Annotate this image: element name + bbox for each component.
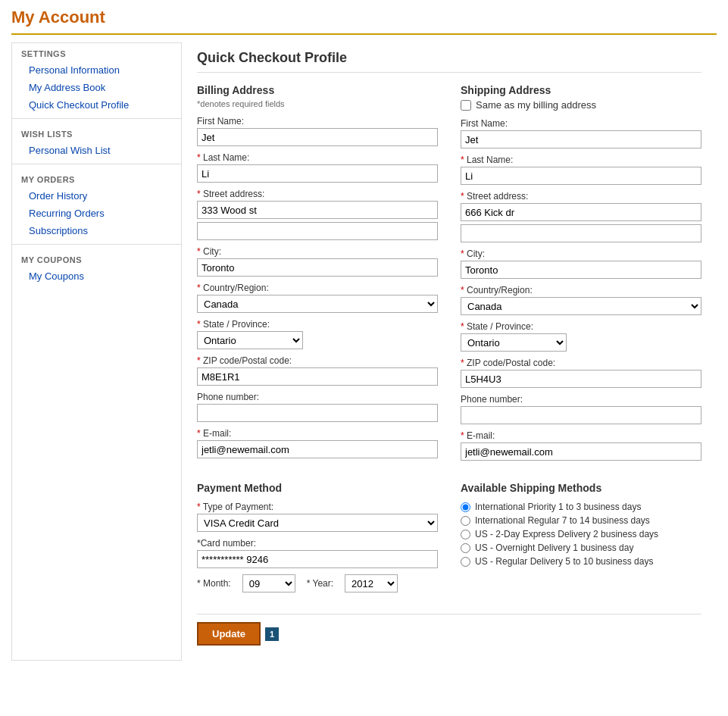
payment-section-title: Payment Method: [197, 482, 438, 494]
same-as-billing-checkbox[interactable]: [461, 100, 471, 111]
shipping-method-label-2: International Regular 7 to 14 business d…: [475, 515, 650, 526]
sidebar-item-my-coupons[interactable]: My Coupons: [12, 267, 181, 285]
shipping-method-radio-1[interactable]: [461, 502, 470, 512]
shipping-street-input-2[interactable]: [461, 224, 701, 242]
card-number-input[interactable]: [197, 550, 438, 568]
billing-phone-input[interactable]: [197, 404, 438, 422]
card-number-label: *Card number:: [197, 538, 438, 549]
sidebar-item-subscriptions[interactable]: Subscriptions: [12, 222, 181, 239]
sidebar-divider-3: [12, 244, 181, 245]
sidebar-item-wish-list[interactable]: Personal Wish List: [12, 142, 181, 159]
sidebar-item-order-history[interactable]: Order History: [12, 187, 181, 205]
shipping-email-group: * E-mail:: [461, 430, 701, 461]
shipping-country-label: * Country/Region:: [461, 285, 701, 295]
payment-type-select[interactable]: VISA Credit Card MasterCard PayPal: [197, 514, 438, 532]
shipping-method-radio-3[interactable]: [461, 530, 470, 539]
payment-type-label: * Type of Payment:: [197, 502, 438, 512]
payment-type-group: * Type of Payment: VISA Credit Card Mast…: [197, 502, 438, 532]
shipping-section-title: Shipping Address: [461, 84, 701, 96]
update-badge: 1: [265, 627, 279, 641]
billing-zip-label: * ZIP code/Postal code:: [197, 355, 438, 366]
billing-city-label: * City:: [197, 246, 438, 257]
shipping-city-group: * City:: [461, 249, 701, 279]
billing-zip-input[interactable]: [197, 367, 438, 386]
shipping-first-name-input[interactable]: [461, 130, 701, 149]
shipping-phone-group: Phone number:: [461, 394, 701, 424]
billing-first-name-group: First Name:: [197, 116, 438, 146]
billing-city-input[interactable]: [197, 258, 438, 277]
shipping-street-input-1[interactable]: [461, 203, 701, 221]
shipping-first-name-group: First Name:: [461, 118, 701, 149]
wish-lists-section-title: WISH LISTS: [12, 124, 181, 142]
shipping-country-select[interactable]: Canada United States: [461, 297, 701, 315]
billing-section-title: Billing Address: [197, 84, 438, 96]
billing-state-select[interactable]: Ontario British Columbia Quebec: [197, 331, 303, 349]
shipping-zip-input[interactable]: [461, 370, 701, 388]
sidebar: SETTINGS Personal Information My Address…: [11, 42, 182, 661]
shipping-method-label-5: US - Regular Delivery 5 to 10 business d…: [475, 556, 653, 567]
shipping-last-name-group: * Last Name:: [461, 155, 701, 185]
expiry-row: * Month: 01020304 05060708 09101112 * Ye…: [197, 574, 438, 592]
billing-first-name-label: First Name:: [197, 116, 438, 127]
billing-last-name-input[interactable]: [197, 164, 438, 183]
sidebar-item-personal-info[interactable]: Personal Information: [12, 61, 181, 79]
billing-last-name-label: * Last Name:: [197, 152, 438, 163]
sidebar-item-address-book[interactable]: My Address Book: [12, 79, 181, 96]
shipping-state-select[interactable]: Ontario British Columbia Quebec: [461, 333, 567, 352]
month-select[interactable]: 01020304 05060708 09101112: [242, 574, 295, 592]
shipping-methods-col: Available Shipping Methods International…: [461, 482, 701, 599]
main-layout: SETTINGS Personal Information My Address…: [11, 35, 717, 661]
shipping-methods-title: Available Shipping Methods: [461, 482, 701, 494]
sidebar-item-quick-checkout[interactable]: Quick Checkout Profile: [12, 96, 181, 114]
expiry-group: * Month: 01020304 05060708 09101112 * Ye…: [197, 574, 438, 592]
shipping-last-name-input[interactable]: [461, 167, 701, 185]
page-wrapper: My Account SETTINGS Personal Information…: [0, 0, 728, 716]
shipping-last-name-label: * Last Name:: [461, 155, 701, 165]
billing-street-label: * Street address:: [197, 189, 438, 199]
shipping-methods-list: International Priority 1 to 3 business d…: [461, 502, 701, 567]
shipping-zip-group: * ZIP code/Postal code:: [461, 358, 701, 388]
shipping-method-item-1: International Priority 1 to 3 business d…: [461, 502, 701, 512]
payment-col: Payment Method * Type of Payment: VISA C…: [197, 482, 438, 599]
shipping-method-label-4: US - Overnight Delivery 1 business day: [475, 542, 633, 553]
bottom-section: Payment Method * Type of Payment: VISA C…: [197, 482, 701, 599]
main-content: Quick Checkout Profile Billing Address *…: [182, 42, 717, 661]
billing-country-label: * Country/Region:: [197, 283, 438, 293]
sidebar-item-recurring-orders[interactable]: Recurring Orders: [12, 205, 181, 222]
shipping-method-radio-2[interactable]: [461, 516, 470, 526]
billing-street-input-1[interactable]: [197, 201, 438, 219]
shipping-method-label-1: International Priority 1 to 3 business d…: [475, 502, 641, 512]
billing-zip-group: * ZIP code/Postal code:: [197, 355, 438, 386]
shipping-phone-label: Phone number:: [461, 394, 701, 405]
shipping-state-group: * State / Province: Ontario British Colu…: [461, 321, 701, 352]
billing-first-name-input[interactable]: [197, 128, 438, 146]
billing-email-label: * E-mail:: [197, 428, 438, 439]
shipping-method-label-3: US - 2-Day Express Delivery 2 business d…: [475, 529, 658, 539]
billing-street-group: * Street address:: [197, 189, 438, 240]
my-coupons-section-title: MY COUPONS: [12, 249, 181, 267]
shipping-state-label: * State / Province:: [461, 321, 701, 332]
update-button[interactable]: Update: [197, 622, 261, 646]
shipping-method-radio-4[interactable]: [461, 543, 470, 553]
shipping-first-name-label: First Name:: [461, 118, 701, 129]
shipping-city-label: * City:: [461, 249, 701, 259]
shipping-street-label: * Street address:: [461, 191, 701, 202]
same-as-billing-label: Same as my billing address: [476, 99, 596, 111]
billing-street-input-2[interactable]: [197, 222, 438, 240]
card-number-group: *Card number:: [197, 538, 438, 568]
billing-phone-label: Phone number:: [197, 392, 438, 402]
billing-email-input[interactable]: [197, 440, 438, 458]
year-select[interactable]: 2011 2012 201320142015: [345, 574, 398, 592]
billing-last-name-group: * Last Name:: [197, 152, 438, 183]
shipping-phone-input[interactable]: [461, 406, 701, 424]
shipping-method-radio-5[interactable]: [461, 557, 470, 567]
shipping-zip-label: * ZIP code/Postal code:: [461, 358, 701, 368]
billing-country-select[interactable]: Canada United States: [197, 295, 438, 313]
billing-state-group: * State / Province: Ontario British Colu…: [197, 319, 438, 349]
shipping-country-group: * Country/Region: Canada United States: [461, 285, 701, 315]
page-title: My Account: [11, 8, 717, 27]
shipping-city-input[interactable]: [461, 261, 701, 279]
shipping-street-group: * Street address:: [461, 191, 701, 242]
shipping-email-input[interactable]: [461, 442, 701, 461]
settings-section-title: SETTINGS: [12, 43, 181, 61]
